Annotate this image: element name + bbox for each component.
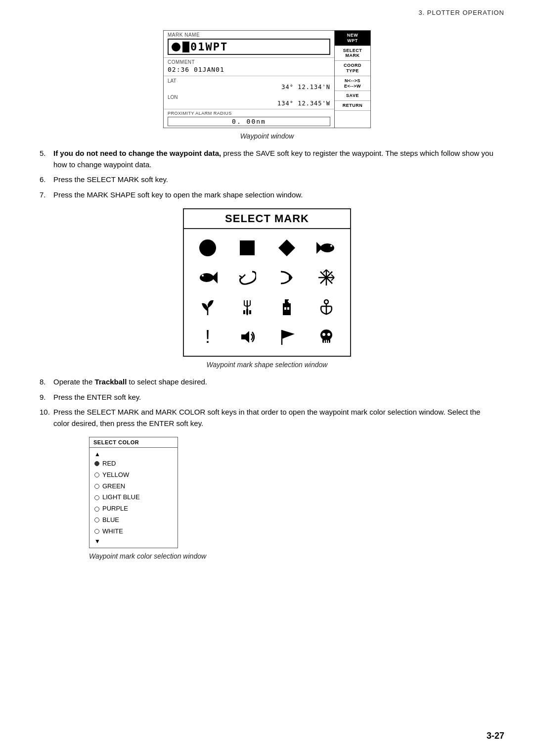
color-item-green[interactable]: GREEN <box>94 481 173 492</box>
waypoint-main: MARK NAME 01WPT COMMENT 02:36 01JAN01 LA… <box>164 31 335 128</box>
mark-name-value: 01WPT <box>190 41 228 53</box>
select-mark-title: SELECT MARK <box>184 209 350 229</box>
svg-rect-23 <box>246 309 248 314</box>
comment-value: 02:36 01JAN01 <box>168 65 330 74</box>
color-select-window: SELECT COLOR ▲ RED YELLOW GREEN LIGHT <box>89 437 178 548</box>
mark-cell-curve-right[interactable] <box>267 263 307 292</box>
mark-name-display: 01WPT <box>168 39 330 55</box>
color-label-purple: PURPLE <box>102 504 128 514</box>
step-5-bold: If you do not need to change the waypoin… <box>53 149 221 157</box>
page-number: 3-27 <box>487 731 504 741</box>
svg-point-36 <box>320 330 332 340</box>
svg-marker-35 <box>282 330 295 339</box>
step-8-num: 8. <box>40 377 53 388</box>
select-mark-container: SELECT MARK <box>40 208 494 357</box>
step-9-text: Press the ENTER soft key. <box>53 392 494 403</box>
sidebar-btn-new-wpt[interactable]: NEWWPT <box>335 31 370 46</box>
lon-label: LON <box>168 94 330 100</box>
radio-blue <box>94 518 99 522</box>
svg-point-4 <box>330 245 332 247</box>
sidebar-btn-return[interactable]: RETURN <box>335 101 370 111</box>
sidebar-btn-select-mark[interactable]: SELECTMARK <box>335 46 370 61</box>
step-9: 9. Press the ENTER soft key. <box>40 392 494 403</box>
svg-rect-1 <box>240 240 255 255</box>
sidebar-btn-ns-ew[interactable]: N<-->SE<-->W <box>335 76 370 92</box>
color-select-title: SELECT COLOR <box>89 437 178 448</box>
select-mark-caption: Waypoint mark shape selection window <box>40 361 494 369</box>
proximity-value: 0. 00nm <box>168 117 330 126</box>
step-8: 8. Operate the Trackball to select shape… <box>40 377 494 388</box>
svg-rect-26 <box>284 307 286 310</box>
comment-label: COMMENT <box>168 59 330 65</box>
lat-label: LAT <box>168 78 330 84</box>
mark-cell-hook[interactable] <box>227 263 267 292</box>
step-7-text: Press the MARK SHAPE soft key to open th… <box>53 189 494 201</box>
color-select-container: SELECT COLOR ▲ RED YELLOW GREEN LIGHT <box>89 437 494 548</box>
color-select-caption: Waypoint mark color selection window <box>89 552 494 560</box>
svg-point-7 <box>202 275 204 277</box>
mark-cell-building[interactable] <box>267 292 307 322</box>
step-7: 7. Press the MARK SHAPE soft key to open… <box>40 189 494 201</box>
mark-name-label: MARK NAME <box>168 32 330 38</box>
color-item-blue[interactable]: BLUE <box>94 515 173 525</box>
proximity-row: PROXIMITY ALARM RADIUS 0. 00nm <box>164 109 334 128</box>
svg-point-0 <box>199 239 216 256</box>
svg-point-6 <box>200 273 214 282</box>
step-9-num: 9. <box>40 392 53 403</box>
step-5-num: 5. <box>40 148 53 170</box>
svg-point-38 <box>322 333 325 336</box>
mark-circle-icon <box>172 43 180 51</box>
mark-cell-fish-left[interactable] <box>188 263 227 292</box>
radio-yellow <box>94 472 99 477</box>
mark-cell-snowflake[interactable] <box>307 263 346 292</box>
step-6-text: Press the SELECT MARK soft key. <box>53 174 494 186</box>
waypoint-window-container: MARK NAME 01WPT COMMENT 02:36 01JAN01 LA… <box>40 30 494 128</box>
color-item-white[interactable]: WHITE <box>94 526 173 537</box>
mark-cell-speaker[interactable] <box>227 322 267 352</box>
color-arrow-up[interactable]: ▲ <box>94 451 173 458</box>
color-item-purple[interactable]: PURPLE <box>94 504 173 514</box>
sidebar-btn-save[interactable]: SAVE <box>335 91 370 101</box>
sidebar-btn-coord-type[interactable]: COORDTYPE <box>335 61 370 76</box>
svg-marker-33 <box>241 331 249 343</box>
page-header: 3. PLOTTER OPERATION <box>0 0 534 16</box>
radio-red <box>94 461 99 466</box>
svg-rect-27 <box>287 307 289 310</box>
waypoint-window-caption: Waypoint window <box>40 132 494 140</box>
step-6-num: 6. <box>40 174 53 186</box>
mark-cell-fork[interactable] <box>227 292 267 322</box>
step-8-bold: Trackball <box>94 378 127 386</box>
step-7-num: 7. <box>40 189 53 201</box>
step-10: 10. Press the SELECT MARK and MARK COLOR… <box>40 407 494 429</box>
main-content: MARK NAME 01WPT COMMENT 02:36 01JAN01 LA… <box>0 16 534 588</box>
mark-cell-square[interactable] <box>227 233 267 263</box>
lat-value: 34° 12.134'N <box>168 84 330 91</box>
mark-cell-flag[interactable] <box>267 322 307 352</box>
mark-cell-fish-right[interactable] <box>307 233 346 263</box>
mark-cell-diamond[interactable] <box>267 233 307 263</box>
lat-row: LAT 34° 12.134'N <box>164 76 334 93</box>
lon-value: 134° 12.345'W <box>168 100 330 107</box>
svg-point-28 <box>288 300 290 302</box>
color-item-lightblue[interactable]: LIGHT BLUE <box>94 492 173 503</box>
step-8-text: Operate the Trackball to select shape de… <box>53 377 494 388</box>
waypoint-window: MARK NAME 01WPT COMMENT 02:36 01JAN01 LA… <box>163 30 371 128</box>
svg-marker-2 <box>278 239 295 256</box>
color-arrow-down[interactable]: ▼ <box>94 538 173 545</box>
color-select-body: ▲ RED YELLOW GREEN LIGHT BLUE <box>89 448 178 548</box>
select-mark-window: SELECT MARK <box>183 208 351 357</box>
mark-cell-plant[interactable] <box>188 292 227 322</box>
radio-white <box>94 529 99 534</box>
proximity-label: PROXIMITY ALARM RADIUS <box>168 111 330 116</box>
mark-cell-anchor[interactable] <box>307 292 346 322</box>
color-label-white: WHITE <box>102 526 123 537</box>
mark-grid: ! <box>184 229 350 356</box>
mark-cell-exclaim[interactable]: ! <box>188 322 227 352</box>
color-item-red[interactable]: RED <box>94 459 173 469</box>
mark-cell-skull[interactable] <box>307 322 346 352</box>
svg-text:!: ! <box>205 328 210 346</box>
svg-rect-24 <box>283 303 291 315</box>
mark-cell-circle[interactable] <box>188 233 227 263</box>
color-item-yellow[interactable]: YELLOW <box>94 470 173 480</box>
radio-green <box>94 484 99 489</box>
